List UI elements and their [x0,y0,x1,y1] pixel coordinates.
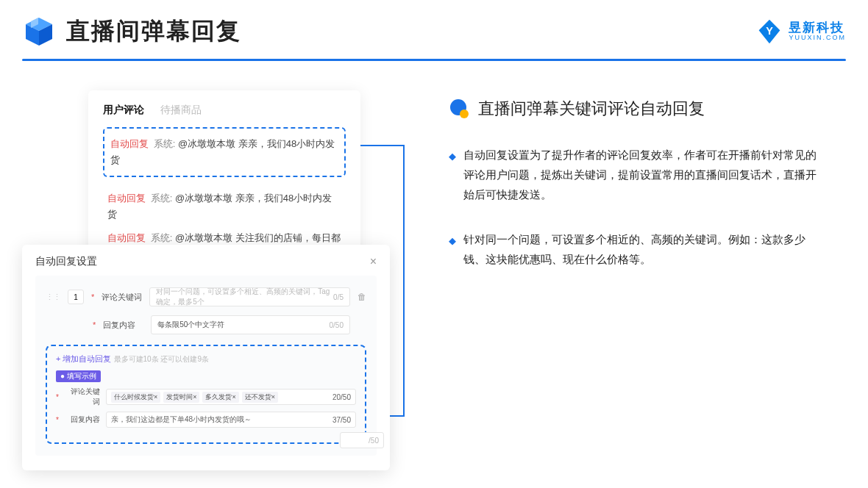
svg-text:Y: Y [766,25,774,37]
logo-mark-icon: Y [756,18,783,45]
page-title: 直播间弹幕回复 [66,15,241,48]
description-panel: 直播间弹幕关键词评论自动回复 ◆ 自动回复设置为了提升作者的评论回复效率，作者可… [449,90,846,458]
section-title-text: 直播间弹幕关键词评论自动回复 [478,98,705,120]
add-hint: 最多可建10条 还可以创建9条 [114,355,209,363]
example-highlight-box: + 增加自动回复 最多可建10条 还可以创建9条 ● 填写示例 * 评论关键词 … [46,345,366,444]
required-icon: * [56,416,59,424]
example-tag: 多久发货× [202,392,238,403]
svg-point-6 [460,110,469,118]
example-tag: 发货时间× [163,392,199,403]
logo-text-en: YUUXIN.COM [789,35,846,42]
example-tag: 还不发货× [242,392,278,403]
cube-icon [22,15,56,49]
form-row-content: * 回复内容 每条限50个中文字符 0/50 [46,315,366,334]
overhang-counter-input[interactable]: /50 [340,432,384,448]
keyword-placeholder: 对同一个问题，可设置多个相近、高频的关键词，Tag确定，最多5个 [156,287,333,307]
example-content-counter: 37/50 [332,416,351,424]
tab-pending-products[interactable]: 待播商品 [160,104,202,117]
example-keyword-input[interactable]: 什么时候发货× 发货时间× 多久发货× 还不发货× 20/50 [106,389,356,405]
overhang-counter: /50 [369,437,379,445]
system-label: 系统: [151,193,173,204]
example-row-content: * 回复内容 亲，我们这边都是下单48小时内发货的哦～ 37/50 [56,412,356,428]
settings-panel: 自动回复设置 × ⋮⋮ 1 * 评论关键词 对同一个问题，可设置多个相近、高频的… [22,245,390,470]
chat-bubble-icon [449,98,469,119]
example-content-value: 亲，我们这边都是下单48小时内发货的哦～ [111,415,252,425]
required-icon: * [93,320,96,329]
bullet-item: ◆ 自动回复设置为了提升作者的评论回复效率，作者可在开播前针对常见的评论用户问题… [449,145,846,204]
close-icon[interactable]: × [370,255,377,268]
settings-title: 自动回复设置 [35,255,97,268]
index-badge: 1 [68,290,84,304]
bullet-item: ◆ 针对同一个问题，可设置多个相近的、高频的关键词。例如：这款多少钱、这块能优惠… [449,229,846,269]
bullet-text: 自动回复设置为了提升作者的评论回复效率，作者可在开播前针对常见的评论用户问题，提… [463,145,824,204]
form-row-keyword: ⋮⋮ 1 * 评论关键词 对同一个问题，可设置多个相近、高频的关键词，Tag确定… [46,287,366,306]
auto-reply-badge: 自动回复 [107,193,146,204]
header: 直播间弹幕回复 Y 昱新科技 YUUXIN.COM [0,0,868,49]
add-auto-reply-link[interactable]: + 增加自动回复 [56,354,111,363]
content-counter: 0/50 [330,321,344,329]
logo-text-cn: 昱新科技 [789,21,846,35]
comment-item-highlighted: 自动回复 系统: @冰墩墩本墩 亲亲，我们48小时内发货 [103,127,346,177]
diamond-bullet-icon: ◆ [449,148,456,204]
system-label: 系统: [154,138,176,149]
example-keyword-counter: 20/50 [332,393,351,401]
content-input[interactable]: 每条限50个中文字符 0/50 [151,315,350,334]
example-content-input[interactable]: 亲，我们这边都是下单48小时内发货的哦～ 37/50 [106,412,356,428]
required-icon: * [56,393,59,401]
label-keyword: 评论关键词 [102,292,142,303]
example-tag: 什么时候发货× [111,392,160,403]
screenshot-mock-area: 用户评论 待播商品 自动回复 系统: @冰墩墩本墩 亲亲，我们48小时内发货 自… [22,90,419,458]
comment-item: 自动回复 系统: @冰墩墩本墩 亲亲，我们48小时内发货 [103,183,346,230]
diamond-bullet-icon: ◆ [449,232,456,269]
drag-handle-icon[interactable]: ⋮⋮ [46,293,60,302]
system-label: 系统: [151,232,173,243]
brand-logo: Y 昱新科技 YUUXIN.COM [756,18,846,45]
keyword-input[interactable]: 对同一个问题，可设置多个相近、高频的关键词，Tag确定，最多5个 0/5 [149,287,350,306]
example-row-keyword: * 评论关键词 什么时候发货× 发货时间× 多久发货× 还不发货× 20/50 [56,387,356,407]
label-content: 回复内容 [103,320,143,331]
bullet-text: 针对同一个问题，可设置多个相近的、高频的关键词。例如：这款多少钱、这块能优惠吗、… [463,229,824,269]
required-icon: * [91,293,94,301]
auto-reply-badge: 自动回复 [110,138,149,149]
example-label-content: 回复内容 [65,415,100,425]
example-badge: ● 填写示例 [56,370,101,382]
content-placeholder: 每条限50个中文字符 [157,320,224,330]
example-label-keyword: 评论关键词 [65,387,100,407]
keyword-counter: 0/5 [333,293,344,301]
delete-icon[interactable]: 🗑 [357,292,366,302]
auto-reply-badge: 自动回复 [107,232,146,243]
tab-user-comments[interactable]: 用户评论 [103,104,144,117]
